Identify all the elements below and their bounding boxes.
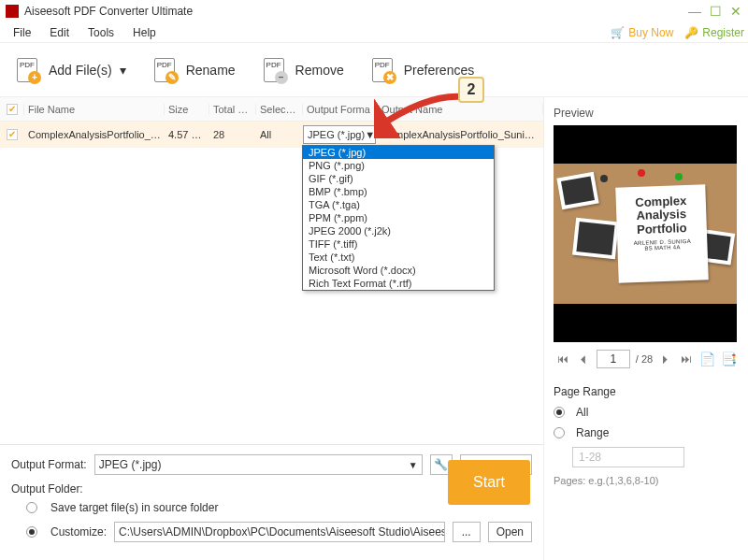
cell-file-name: ComplexAnalysisPortfolio_S... [24,129,165,140]
menu-bar: File Edit Tools Help 🛒 Buy Now 🔑 Registe… [0,22,748,43]
remove-icon: PDF− [260,56,288,84]
dropdown-option[interactable]: BMP (*.bmp) [303,185,494,198]
page-range-range-radio[interactable] [554,427,565,438]
page-range-all-label: All [576,406,588,419]
window-title: Aiseesoft PDF Converter Ultimate [24,5,688,18]
checkbox-icon [7,104,18,115]
cart-icon: 🛒 [611,26,625,39]
page-range-title: Page Range [554,385,739,398]
page-range-hint: Pages: e.g.(1,3,6,8-10) [554,475,739,486]
register-label: Register [702,26,744,39]
row-checkbox[interactable] [0,129,24,140]
main-pane: File Name Size Total Pag Selected Output… [0,97,748,560]
preview-paper-title: Complex Analysis Portfolio [622,194,701,237]
dropdown-option[interactable]: JPEG 2000 (*.j2k) [303,224,494,237]
add-files-button[interactable]: PDF+ Add File(s) ▾ [13,56,126,84]
toolbar: PDF+ Add File(s) ▾ PDF✎ Rename PDF− Remo… [0,43,748,97]
page-range-section: Page Range All Range 1-28 Pages: e.g.(1,… [554,385,739,486]
col-size[interactable]: Size [165,104,209,115]
col-output-format[interactable]: Output Forma [303,104,378,115]
step-marker: 2 [458,77,484,103]
customize-label: Customize: [50,525,107,538]
output-format-combo[interactable]: JPEG (*.jpg) ▼ [303,125,376,144]
close-button[interactable]: ✕ [729,5,742,18]
page-view-button[interactable]: 📄 [699,352,715,366]
cell-output-format[interactable]: JPEG (*.jpg) ▼ [303,125,378,144]
buy-now-label: Buy Now [628,26,673,39]
save-in-source-label: Save target file(s) in source folder [50,501,218,514]
page-range-all-radio[interactable] [554,407,565,418]
preview-pane: Preview Complex Analysis Portfolio ARLEN… [544,97,748,560]
menu-edit[interactable]: Edit [40,24,79,41]
chevron-down-icon: ▾ [120,63,126,78]
first-page-button[interactable]: ⏮ [555,352,570,366]
preview-image: Complex Analysis Portfolio ARLENE D. SUN… [554,164,737,304]
preferences-label: Preferences [404,63,474,78]
output-path-input[interactable]: C:\Users\ADMIN\Dropbox\PC\Documents\Aise… [114,522,445,542]
wrench-icon: 🔧 [434,458,448,471]
output-format-value: JPEG (*.jpg) [308,129,365,140]
open-folder-button[interactable]: Open [488,522,532,542]
start-button[interactable]: Start [448,460,530,505]
save-in-source-radio[interactable] [26,502,37,513]
maximize-button[interactable]: ☐ [709,5,722,18]
add-files-label: Add File(s) [49,63,112,78]
output-format-label: Output Format: [11,458,87,471]
cell-selected: All [256,129,303,140]
last-page-button[interactable]: ⏭ [679,352,694,366]
checkbox-icon [7,129,18,140]
preferences-icon: PDF✖ [368,56,396,84]
dropdown-option[interactable]: GIF (*.gif) [303,172,494,185]
col-total-pages[interactable]: Total Pag [209,104,256,115]
page-export-button[interactable]: 📑 [721,352,737,366]
register-link[interactable]: 🔑 Register [684,26,744,39]
preview-pager: ⏮ ⏴ 1 / 28 ⏵ ⏭ 📄 📑 [554,350,739,368]
customize-radio[interactable] [26,526,37,538]
chevron-down-icon: ▼ [409,460,418,470]
dropdown-option[interactable]: Text (*.txt) [303,251,494,264]
preview-box: Complex Analysis Portfolio ARLENE D. SUN… [554,125,737,342]
minimize-button[interactable]: — [688,5,701,18]
key-icon: 🔑 [684,26,698,39]
output-format-select-value: JPEG (*.jpg) [99,458,162,471]
file-list-pane: File Name Size Total Pag Selected Output… [0,97,544,560]
preview-main-paper: Complex Analysis Portfolio ARLENE D. SUN… [615,184,709,282]
add-files-icon: PDF+ [13,56,41,84]
dropdown-option[interactable]: PPM (*.ppm) [303,211,494,224]
dropdown-option[interactable]: TGA (*.tga) [303,198,494,211]
title-bar: Aiseesoft PDF Converter Ultimate — ☐ ✕ [0,0,748,22]
app-logo-icon [6,5,19,18]
next-page-button[interactable]: ⏵ [658,352,673,366]
rename-label: Rename [186,63,236,78]
buy-now-link[interactable]: 🛒 Buy Now [611,26,673,39]
cell-size: 4.57 MB [165,129,209,140]
menu-tools[interactable]: Tools [79,24,123,41]
dropdown-option[interactable]: TIFF (*.tiff) [303,237,494,251]
preview-photo [556,172,598,209]
rename-button[interactable]: PDF✎ Rename [151,56,236,84]
cell-total-pages: 28 [209,129,256,140]
header-checkbox-cell[interactable] [0,104,24,115]
page-range-input[interactable]: 1-28 [572,447,684,467]
page-number-input[interactable]: 1 [597,350,630,368]
preview-photo [572,218,619,260]
dropdown-option[interactable]: Microsoft Word (*.docx) [303,264,494,277]
dropdown-option[interactable]: JPEG (*.jpg) [303,146,494,159]
dropdown-option[interactable]: PNG (*.png) [303,159,494,172]
remove-button[interactable]: PDF− Remove [260,56,344,84]
col-file-name[interactable]: File Name [24,104,165,115]
page-range-range-label: Range [576,426,609,439]
menu-help[interactable]: Help [123,24,165,41]
prev-page-button[interactable]: ⏴ [576,352,591,366]
page-total-label: / 28 [636,353,653,365]
menu-file[interactable]: File [4,24,40,41]
output-format-dropdown[interactable]: JPEG (*.jpg) PNG (*.png) GIF (*.gif) BMP… [302,145,495,291]
preview-title: Preview [554,107,739,120]
remove-label: Remove [295,63,344,78]
rename-icon: PDF✎ [151,56,179,84]
bottom-panel: Output Format: JPEG (*.jpg) ▼ 🔧 Apply to… [0,444,543,560]
col-selected[interactable]: Selected [256,104,303,115]
output-format-select[interactable]: JPEG (*.jpg) ▼ [94,454,423,475]
browse-button[interactable]: ... [453,522,481,542]
dropdown-option[interactable]: Rich Text Format (*.rtf) [303,277,494,290]
